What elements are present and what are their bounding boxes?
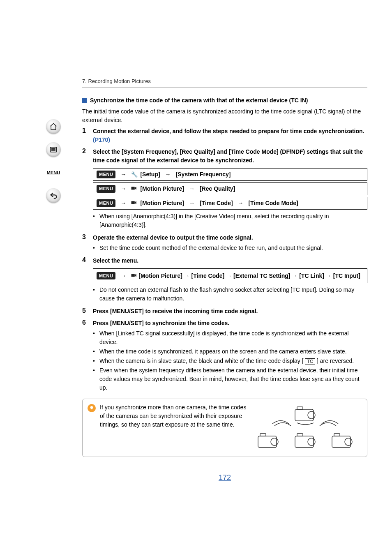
tc-indicator-icon: TC (305, 358, 315, 365)
menu-path-text: [TC Input] (333, 272, 360, 279)
menu-path-text: [TC Link] (299, 272, 324, 279)
svg-rect-9 (297, 407, 303, 409)
step-title: Select the [System Frequency], [Rec Qual… (93, 148, 367, 165)
note-bullet: • Do not connect an external flash to th… (93, 286, 367, 303)
motion-picture-icon (131, 199, 137, 208)
note-bullet: • When [Linked TC signal successfully] i… (93, 329, 367, 346)
svg-point-14 (308, 438, 315, 446)
svg-rect-4 (131, 187, 135, 190)
breadcrumb: 7. Recording Motion Pictures (82, 78, 367, 84)
note-text: When the camera is in slave state, the b… (99, 357, 354, 365)
menu-path-text: [Time Code] (200, 199, 233, 208)
note-bullet: • Even when the system frequency differs… (93, 366, 367, 392)
step-title: Select the menu. (93, 256, 367, 265)
tip-text: If you synchronize more than one camera,… (100, 403, 248, 429)
note-bullet: • When using [Anamorphic(4:3)] in the [C… (93, 212, 367, 229)
note-text: Even when the system frequency differs b… (99, 366, 367, 392)
step-5: 5 Press [MENU/SET] to receive the incomi… (82, 307, 367, 316)
step-title: Press [MENU/SET] to synchronize the time… (93, 319, 367, 328)
step-2: 2 Select the [System Frequency], [Rec Qu… (82, 148, 367, 230)
svg-rect-15 (297, 434, 303, 436)
step-number: 4 (82, 256, 88, 304)
step-number: 6 (82, 319, 88, 393)
menu-path-text: [Motion Picture] (138, 272, 182, 279)
svg-rect-18 (334, 434, 340, 436)
section-heading: Synchronize the time code of the camera … (82, 96, 367, 105)
svg-rect-6 (131, 274, 135, 277)
menu-chip-icon: MENU (97, 171, 115, 178)
menu-chip-icon: MENU (97, 272, 115, 280)
menu-path-text: [Time Code] (191, 272, 225, 279)
step-number: 3 (82, 233, 88, 253)
note-bullet: • Set the time code count method of the … (93, 244, 367, 252)
step-title: Operate the external device to output th… (93, 233, 367, 242)
home-icon[interactable] (46, 119, 61, 134)
step-title: Press [MENU/SET] to receive the incoming… (93, 307, 367, 316)
step-4: 4 Select the menu. MENU → [Motion Pictur… (82, 256, 367, 304)
motion-picture-icon (131, 185, 137, 193)
step-3: 3 Operate the external device to output … (82, 233, 367, 253)
tip-lightbulb-icon (88, 404, 96, 412)
menu-path-text: [System Frequency] (176, 170, 231, 179)
menu-path-text: [Rec Quality] (200, 185, 235, 193)
menu-chip-icon: MENU (97, 199, 115, 207)
svg-point-17 (345, 438, 352, 446)
step-title: Connect the external device, and follow … (93, 128, 364, 134)
note-text: Do not connect an external flash to the … (99, 286, 367, 303)
tip-callout: If you synchronize more than one camera,… (82, 399, 367, 457)
menu-path-text: [Motion Picture] (140, 185, 184, 193)
svg-rect-16 (332, 436, 350, 448)
menu-path-text: [External TC Setting] (233, 272, 290, 279)
step-number: 1 (82, 127, 88, 144)
section-intro: The initial time code value of the camer… (82, 107, 367, 125)
divider (82, 88, 367, 88)
page-number-link[interactable]: 172 (82, 473, 367, 482)
menu-path-row: MENU → [Motion Picture] → [Time Code] → … (93, 268, 367, 283)
menu-path-text: [Setup] (140, 170, 160, 179)
note-text: When [Linked TC signal successfully] is … (99, 329, 367, 346)
menu-nav-icon[interactable]: MENU (46, 165, 61, 180)
note-text: When using [Anamorphic(4:3)] in the [Cre… (99, 212, 367, 229)
bullet-square-icon (82, 98, 87, 103)
menu-path-text: [Motion Picture] (140, 199, 184, 208)
menu-path-text: [Time Code Mode] (249, 199, 298, 208)
camera-sync-illustration (252, 403, 359, 452)
toc-icon[interactable] (46, 142, 61, 157)
menu-path-row: MENU → [Motion Picture] → [Rec Quality] (93, 182, 367, 195)
page-ref-link[interactable]: (P170) (93, 136, 110, 143)
svg-rect-12 (260, 434, 266, 436)
back-icon[interactable] (46, 188, 61, 203)
menu-path-row: MENU → 🔧 [Setup] → [System Frequency] (93, 168, 367, 181)
step-number: 2 (82, 148, 88, 230)
svg-rect-5 (131, 201, 135, 204)
svg-point-8 (308, 411, 315, 419)
menu-chip-icon: MENU (97, 185, 115, 193)
svg-rect-7 (295, 409, 314, 421)
svg-rect-13 (295, 436, 314, 448)
step-number: 5 (82, 307, 88, 316)
section-title: Synchronize the time code of the camera … (90, 97, 308, 104)
note-bullet: • When the camera is in slave state, the… (93, 357, 367, 365)
note-text: When the time code is synchronized, it a… (99, 347, 347, 356)
menu-path-row: MENU → [Motion Picture] → [Time Code] → … (93, 197, 367, 210)
note-bullet: • When the time code is synchronized, it… (93, 347, 367, 356)
step-6: 6 Press [MENU/SET] to synchronize the ti… (82, 319, 367, 393)
step-1: 1 Connect the external device, and follo… (82, 127, 367, 144)
wrench-icon: 🔧 (131, 171, 137, 179)
note-text: Set the time code count method of the ex… (99, 244, 323, 252)
svg-point-11 (271, 438, 278, 446)
svg-rect-10 (258, 436, 277, 448)
motion-picture-icon (131, 271, 137, 280)
sidebar-nav: MENU (41, 119, 66, 203)
